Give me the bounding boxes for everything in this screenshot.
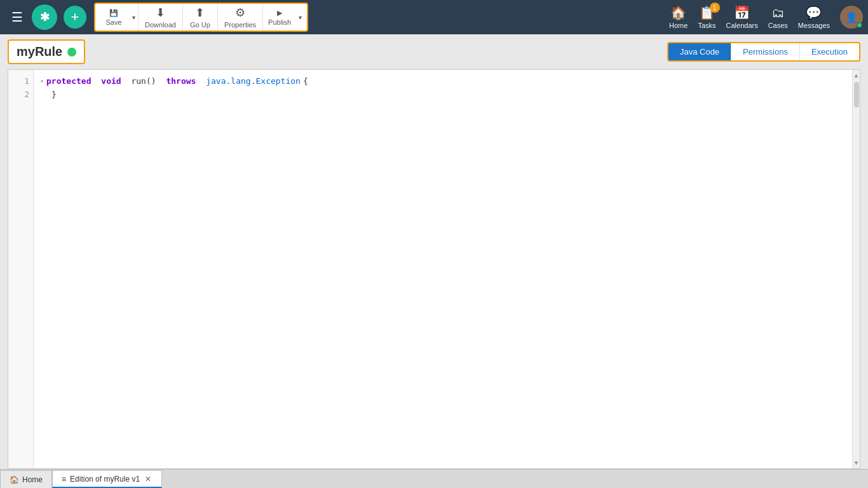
hamburger-menu[interactable]: ☰ [5,6,29,29]
go-up-icon: ⬆ [195,6,205,20]
rule-title: myRule [17,44,62,59]
bottom-tab-bar: 🏠 Home ≡ Edition of myRule v1 ✕ [0,469,868,488]
messages-label: Messages [798,22,830,29]
download-icon: ⬇ [156,6,165,20]
publish-btn-group: ▶ Publish ▾ [263,4,304,30]
messages-icon: 💬 [806,5,822,20]
edition-tab-icon: ≡ [62,475,66,484]
rule-header: myRule Java Code Permissions Execution [0,34,868,69]
publish-dropdown-arrow[interactable]: ▾ [296,4,304,30]
download-label: Download [145,21,176,29]
top-navbar: ☰ ✱ + 💾 Save ▾ ⬇ Download ⬆ Go Up ⚙ Prop… [0,0,868,34]
line-numbers: 1 2 [8,70,34,468]
add-button[interactable]: + [64,6,86,29]
save-btn-group: 💾 Save ▾ [98,4,139,30]
scroll-thumb[interactable] [854,82,859,107]
properties-button[interactable]: ⚙ Properties [218,4,263,30]
vertical-scrollbar[interactable]: ▲ ▼ [852,70,860,468]
nav-cases[interactable]: 🗂 Cases [768,6,788,29]
save-icon: 💾 [109,9,118,17]
scroll-up-arrow[interactable]: ▲ [851,70,860,81]
tab-permissions[interactable]: Permissions [731,43,800,60]
nav-messages[interactable]: 💬 Messages [798,5,830,29]
cases-icon: 🗂 [771,6,784,20]
save-dropdown-arrow[interactable]: ▾ [130,4,138,30]
tab-java-code[interactable]: Java Code [668,43,731,60]
home-label: Home [669,22,688,29]
bottom-tab-edition[interactable]: ≡ Edition of myRule v1 ✕ [52,470,162,488]
tasks-badge: 1 [710,3,720,13]
close-brace: } [51,88,57,102]
calendars-label: Calendars [726,22,758,29]
code-lines[interactable]: ▾ protected void run() throws java.lang.… [34,70,852,468]
nav-right: 🏠 Home 📋 1 Tasks 📅 Calendars 🗂 Cases 💬 M… [669,5,863,29]
edition-tab-close[interactable]: ✕ [144,475,153,484]
user-avatar[interactable]: 👤 [840,6,863,29]
scroll-down-arrow[interactable]: ▼ [851,458,860,468]
properties-label: Properties [224,21,256,29]
home-tab-label: Home [22,475,43,484]
code-line-1: ▾ protected void run() throws java.lang.… [40,75,846,88]
home-tab-icon: 🏠 [10,475,19,484]
collapse-icon-1[interactable]: ▾ [40,76,44,86]
go-up-button[interactable]: ⬆ Go Up [183,4,218,30]
avatar-image: 👤 [845,11,858,24]
code-editor: 1 2 ▾ protected void run() throws java.l… [8,69,860,469]
line-number-1: 1 [12,75,29,88]
kw-throws: throws [166,75,196,88]
toolbar: 💾 Save ▾ ⬇ Download ⬆ Go Up ⚙ Properties… [94,3,308,32]
publish-button[interactable]: ▶ Publish [263,4,296,30]
publish-label: Publish [268,18,291,26]
home-tab-content: 🏠 Home [10,475,43,484]
open-brace: { [303,75,308,88]
properties-icon: ⚙ [235,6,245,20]
nav-home[interactable]: 🏠 Home [669,5,688,29]
logo-symbol: ✱ [40,10,50,24]
tab-execution[interactable]: Execution [800,43,859,60]
kw-protected: protected [46,75,91,88]
tasks-label: Tasks [698,22,715,29]
content-area: myRule Java Code Permissions Execution 1… [0,34,868,469]
app-logo: ✱ [32,4,57,30]
nav-tasks[interactable]: 📋 1 Tasks [698,5,715,29]
calendars-icon: 📅 [734,5,750,20]
go-up-label: Go Up [190,21,210,29]
line-number-2: 2 [12,88,29,102]
download-button[interactable]: ⬇ Download [139,4,183,30]
method-name: run() [131,75,156,88]
avatar-online-dot [857,22,862,28]
cases-label: Cases [768,22,788,29]
nav-calendars[interactable]: 📅 Calendars [726,5,758,29]
edition-tab-label: Edition of myRule v1 [70,475,140,484]
rule-status-indicator [67,48,76,57]
kw-void: void [101,75,121,88]
home-icon: 🏠 [670,5,686,20]
exception-class: java.lang.Exception [206,75,301,88]
editor-tab-group: Java Code Permissions Execution [667,42,860,62]
save-button[interactable]: 💾 Save [98,4,130,30]
publish-icon: ▶ [277,9,282,17]
code-line-2: } [40,88,846,102]
rule-title-box: myRule [8,39,85,64]
save-label: Save [105,18,121,26]
bottom-tab-home[interactable]: 🏠 Home [0,470,52,488]
